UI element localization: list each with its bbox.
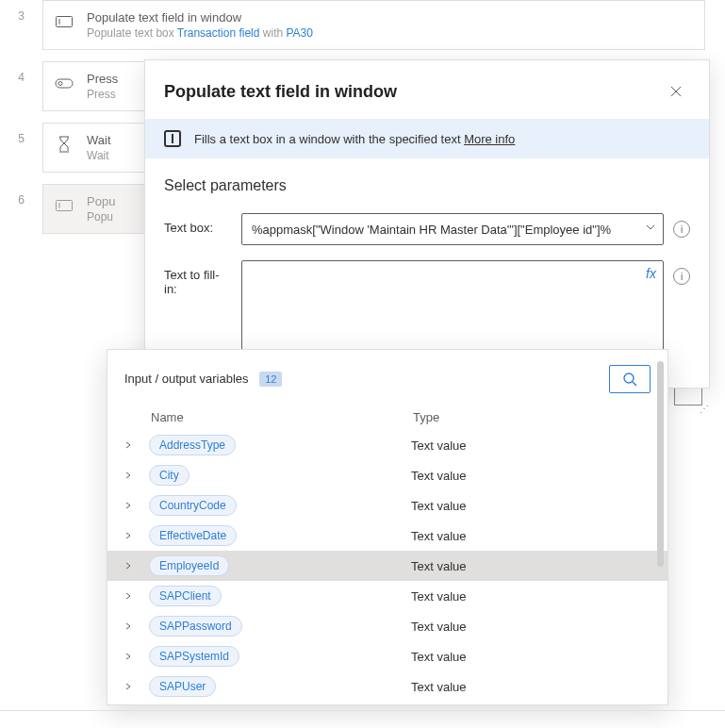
step-title: Popu (87, 194, 115, 208)
info-icon[interactable]: i (673, 268, 690, 285)
variable-type: Text value (411, 680, 651, 694)
variable-row[interactable]: SAPUserText value (107, 671, 667, 702)
wait-icon (55, 135, 74, 154)
vars-heading: Input / output variables (124, 372, 249, 386)
step-number: 6 (0, 184, 42, 207)
populate-text-icon (55, 196, 74, 215)
variable-row[interactable]: SAPClientText value (107, 581, 667, 611)
variable-row[interactable]: CityText value (107, 460, 667, 490)
chevron-right-icon[interactable] (124, 621, 149, 632)
variable-pill[interactable]: SAPClient (149, 586, 222, 606)
variable-row[interactable]: SAPPasswordText value (107, 611, 667, 641)
footer-divider (0, 710, 725, 711)
variable-row[interactable]: SAPSystemIdText value (107, 641, 667, 671)
search-icon (622, 372, 637, 387)
variable-pill[interactable]: SAPSystemId (149, 646, 239, 667)
param-label-fill: Text to fill-in: (164, 260, 232, 296)
chevron-right-icon[interactable] (124, 440, 149, 451)
resize-grip-icon[interactable]: ⋰ (700, 404, 719, 726)
chevron-right-icon[interactable] (124, 652, 149, 662)
close-button[interactable] (662, 77, 690, 106)
action-dialog: Populate text field in window Fills a te… (144, 59, 710, 389)
chevron-right-icon[interactable] (124, 531, 149, 541)
more-info-link[interactable]: More info (464, 132, 515, 146)
variable-row[interactable]: AddressTypeText value (107, 430, 667, 460)
variable-pill[interactable]: EmployeeId (149, 555, 229, 576)
fx-variable-picker[interactable]: fx (646, 266, 656, 281)
step-subtitle: Popu (87, 210, 115, 223)
dialog-info-text: Fills a text box in a window with the sp… (194, 132, 464, 146)
step-number: 4 (0, 61, 42, 84)
vars-list[interactable]: AddressTypeText valueCityText valueCount… (107, 430, 667, 704)
chevron-right-icon[interactable] (124, 501, 149, 511)
variable-type: Text value (411, 469, 651, 483)
step-title: Wait (87, 133, 111, 147)
variable-pill[interactable]: CountryCode (149, 495, 237, 516)
variable-type: Text value (411, 589, 651, 604)
variable-type: Text value (411, 650, 651, 664)
param-label-textbox: Text box: (164, 213, 232, 235)
search-button[interactable] (609, 365, 651, 393)
variable-row[interactable]: CountryCodeText value (107, 490, 667, 521)
col-name: Name (151, 410, 413, 424)
variable-type: Text value (411, 499, 651, 513)
variable-type: Text value (411, 529, 651, 543)
chevron-right-icon[interactable] (124, 682, 149, 692)
variables-popover: Input / output variables 12 Name Type Ad… (107, 349, 668, 705)
dialog-title: Populate text field in window (164, 82, 397, 102)
variable-type: Text value (411, 559, 651, 573)
step-number: 5 (0, 123, 42, 145)
svg-rect-4 (57, 201, 73, 211)
step-title: Press (87, 72, 118, 86)
step-subtitle: Wait (87, 149, 111, 162)
dialog-info-bar: Fills a text box in a window with the sp… (145, 119, 709, 158)
col-type: Type (413, 410, 651, 424)
step-number: 3 (0, 0, 42, 23)
variable-row[interactable]: EffectiveDateText value (107, 521, 667, 551)
chevron-right-icon[interactable] (124, 471, 149, 481)
close-icon (670, 86, 682, 97)
populate-text-icon (164, 130, 181, 147)
text-to-fill-input[interactable] (241, 260, 664, 351)
svg-rect-0 (57, 17, 73, 27)
info-icon[interactable]: i (673, 221, 690, 238)
variable-pill[interactable]: AddressType (149, 435, 236, 455)
variable-type: Text value (411, 438, 651, 453)
svg-line-7 (633, 382, 636, 386)
chevron-right-icon[interactable] (124, 561, 149, 571)
step-subtitle: Populate text box Transaction field with… (87, 26, 313, 40)
textbox-input[interactable] (241, 213, 664, 245)
variable-row[interactable]: EmployeeIdText value (107, 551, 667, 581)
svg-point-6 (624, 373, 634, 383)
variable-pill[interactable]: SAPPassword (149, 616, 242, 637)
variable-pill[interactable]: City (149, 465, 189, 486)
step-subtitle: Press (87, 88, 118, 101)
vars-columns: Name Type (107, 403, 667, 430)
flow-step[interactable]: 3 Populate text field in window Populate… (0, 0, 705, 61)
chevron-down-icon[interactable] (645, 222, 656, 236)
variable-pill[interactable]: SAPUser (149, 676, 216, 697)
variable-type: Text value (411, 620, 651, 634)
svg-point-3 (58, 82, 62, 86)
chevron-right-icon[interactable] (124, 591, 149, 602)
scrollbar[interactable] (657, 361, 664, 567)
step-title: Populate text field in window (87, 10, 313, 25)
vars-count-badge: 12 (259, 372, 282, 387)
variable-pill[interactable]: EffectiveDate (149, 525, 237, 546)
populate-text-icon (55, 12, 74, 31)
press-button-icon (55, 74, 74, 92)
section-title: Select parameters (164, 177, 690, 194)
